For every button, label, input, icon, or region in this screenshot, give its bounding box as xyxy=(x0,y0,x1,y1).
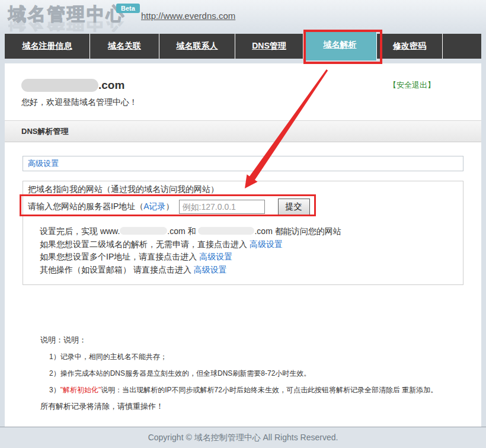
ip-label: 请输入您网站的服务器IP地址（A记录） xyxy=(28,201,174,212)
safe-logout-link[interactable]: 【安全退出】 xyxy=(389,80,465,91)
notes-item-2: 2）操作完成本站的DNS服务器是立刻生效的，但全球DNS刷新需要8-72小时生效… xyxy=(49,369,463,379)
domain-suffix: .com xyxy=(98,79,124,92)
notes-heading: 说明：说明： xyxy=(40,335,463,345)
ip-form-row: 请输入您网站的服务器IP地址（A记录） 提交 xyxy=(23,197,463,217)
notes-item-3: 3）"解析初始化"说明：当出现解析的IP不同步或解析72小时后始终未生效，可点击… xyxy=(49,385,463,395)
advanced-settings-link[interactable]: 高级设置 xyxy=(28,159,59,168)
instruction-line-4: 其他操作（如设置邮箱） 请直接点击进入 高级设置 xyxy=(40,264,463,277)
main-nav: 域名注册信息 域名关联 域名联系人 DNS管理 域名解析 修改密码 xyxy=(5,34,481,59)
domain-line: .com 【安全退出】 xyxy=(21,79,465,92)
site-url-link[interactable]: http://www.everdns.com xyxy=(141,11,235,21)
header: 域名管理中心 域名管理中心 Beta http://www.everdns.co… xyxy=(0,0,486,34)
tab-domain-resolution[interactable]: 域名解析 xyxy=(303,30,377,60)
dns-form-box: 把域名指向我的网站（通过我的域名访问我的网站） 请输入您网站的服务器IP地址（A… xyxy=(23,181,463,285)
form-heading: 把域名指向我的网站（通过我的域名访问我的网站） xyxy=(23,183,463,197)
section-title: DNS解析管理 xyxy=(21,126,68,137)
instruction-line-1: 设置完后，实现 www..com 和 .com 都能访问您的网站 xyxy=(40,225,463,238)
notes-item-1: 1）记录中，相同的主机名不能共存； xyxy=(49,352,463,362)
logo: 域名管理中心 域名管理中心 xyxy=(8,5,126,32)
logo-reflection: 域名管理中心 xyxy=(8,21,126,32)
instruction-line-2: 如果您想设置二级域名的解析，无需申请，直接点击进入 高级设置 xyxy=(40,238,463,251)
page: 域名管理中心 域名管理中心 Beta http://www.everdns.co… xyxy=(0,0,486,448)
redacted-domain-blob xyxy=(198,227,254,235)
advanced-settings-link[interactable]: 高级设置 xyxy=(199,252,232,261)
tab-domain-registration-info[interactable]: 域名注册信息 xyxy=(5,34,90,59)
footer: Copyright © 域名控制管理中心 All Rights Reserved… xyxy=(0,427,486,448)
ip-address-input[interactable] xyxy=(179,200,265,214)
submit-button[interactable]: 提交 xyxy=(278,199,310,215)
copyright-text: Copyright © 域名控制管理中心 All Rights Reserved… xyxy=(148,433,338,443)
notes-warning: 所有解析记录将清除，请慎重操作！ xyxy=(40,401,463,412)
advanced-settings-box: 高级设置 xyxy=(23,156,463,171)
inner-content: 高级设置 把域名指向我的网站（通过我的域名访问我的网站） 请输入您网站的服务器I… xyxy=(5,156,481,412)
nav-filler xyxy=(443,34,481,59)
notes-section: 说明：说明： 1）记录中，相同的主机名不能共存； 2）操作完成本站的DNS服务器… xyxy=(23,335,463,412)
content: .com 【安全退出】 您好，欢迎登陆域名管理中心！ DNS解析管理 高级设置 … xyxy=(5,63,481,427)
tab-dns-management[interactable]: DNS管理 xyxy=(235,34,303,59)
tab-domain-association[interactable]: 域名关联 xyxy=(90,34,159,59)
advanced-settings-link[interactable]: 高级设置 xyxy=(194,265,227,274)
redacted-domain-blob xyxy=(120,227,167,235)
advanced-settings-link[interactable]: 高级设置 xyxy=(250,239,283,249)
redacted-domain-blob xyxy=(21,79,98,92)
init-reset-highlight: "解析初始化" xyxy=(60,386,101,394)
tab-domain-contact[interactable]: 域名联系人 xyxy=(159,34,235,59)
greeting-text: 您好，欢迎登陆域名管理中心！ xyxy=(21,97,465,108)
beta-badge: Beta xyxy=(116,4,140,13)
instructions: 设置完后，实现 www..com 和 .com 都能访问您的网站 如果您想设置二… xyxy=(40,225,463,276)
welcome-section: .com 【安全退出】 您好，欢迎登陆域名管理中心！ xyxy=(5,63,481,120)
section-bar: DNS解析管理 xyxy=(5,120,481,142)
a-record-link[interactable]: A记录 xyxy=(143,201,165,211)
tab-change-password[interactable]: 修改密码 xyxy=(377,34,443,59)
instruction-line-3: 如果您想设置多个IP地址，请直接点击进入 高级设置 xyxy=(40,251,463,264)
